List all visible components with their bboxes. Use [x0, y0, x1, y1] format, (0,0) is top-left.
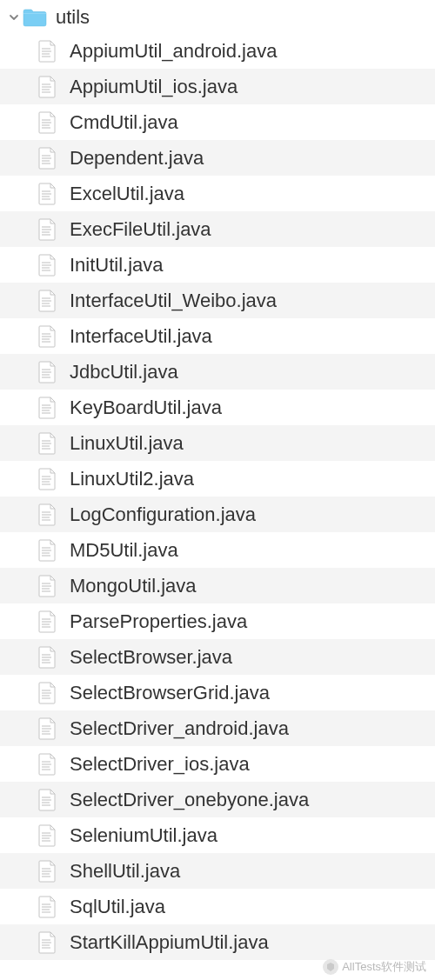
file-row[interactable]: ExcelUtil.java — [0, 176, 435, 211]
text-file-icon — [37, 574, 57, 598]
text-file-icon — [37, 610, 57, 634]
file-label: LogConfiguration.java — [70, 503, 256, 526]
text-file-icon — [37, 146, 57, 170]
text-file-icon — [37, 289, 57, 313]
text-file-icon — [37, 895, 57, 919]
text-file-icon — [37, 110, 57, 135]
file-row[interactable]: ExecFileUtil.java — [0, 211, 435, 247]
folder-icon — [23, 7, 47, 28]
file-row[interactable]: SelectBrowserGrid.java — [0, 675, 435, 710]
file-row[interactable]: MongoUtil.java — [0, 568, 435, 603]
file-label: MD5Util.java — [70, 539, 178, 562]
file-label: ShellUtil.java — [70, 860, 180, 883]
text-file-icon — [37, 39, 57, 63]
file-row[interactable]: SeleniumUtil.java — [0, 817, 435, 853]
text-file-icon — [37, 681, 57, 705]
file-row[interactable]: ShellUtil.java — [0, 853, 435, 889]
file-row[interactable]: CmdUtil.java — [0, 104, 435, 140]
text-file-icon — [37, 717, 57, 741]
file-row[interactable]: LinuxUtil.java — [0, 425, 435, 461]
file-label: LinuxUtil2.java — [70, 468, 194, 490]
file-label: AppiumUtil_ios.java — [70, 76, 238, 98]
chevron-down-icon[interactable] — [7, 10, 21, 24]
file-row[interactable]: AppiumUtil_android.java — [0, 33, 435, 69]
text-file-icon — [37, 324, 57, 349]
folder-row-utils[interactable]: utils — [0, 2, 435, 33]
file-row[interactable]: SelectBrowser.java — [0, 639, 435, 675]
text-file-icon — [37, 360, 57, 384]
file-row[interactable]: LinuxUtil2.java — [0, 461, 435, 497]
text-file-icon — [37, 538, 57, 563]
file-label: SqlUtil.java — [70, 896, 165, 918]
file-row[interactable]: StartKillAppiumUtil.java — [0, 924, 435, 960]
file-label: KeyBoardUtil.java — [70, 397, 222, 419]
file-row[interactable]: LogConfiguration.java — [0, 497, 435, 532]
file-row[interactable]: InitUtil.java — [0, 247, 435, 283]
file-label: MongoUtil.java — [70, 575, 197, 597]
file-row[interactable]: InterfaceUtil.java — [0, 318, 435, 354]
file-label: ExcelUtil.java — [70, 183, 184, 205]
file-label: SelectBrowser.java — [70, 646, 232, 669]
file-row[interactable]: SelectDriver_android.java — [0, 710, 435, 746]
text-file-icon — [37, 788, 57, 812]
file-row[interactable]: KeyBoardUtil.java — [0, 390, 435, 425]
file-label: SelectDriver_ios.java — [70, 753, 250, 776]
file-row[interactable]: Dependent.java — [0, 140, 435, 176]
text-file-icon — [37, 467, 57, 491]
file-label: InitUtil.java — [70, 254, 164, 277]
text-file-icon — [37, 182, 57, 206]
file-row[interactable]: SelectDriver_onebyone.java — [0, 782, 435, 817]
file-label: CmdUtil.java — [70, 111, 178, 134]
text-file-icon — [37, 217, 57, 242]
watermark-text: AllTests软件测试 — [342, 959, 426, 975]
file-label: LinuxUtil.java — [70, 432, 184, 455]
text-file-icon — [37, 431, 57, 456]
text-file-icon — [37, 752, 57, 777]
file-row[interactable]: ParseProperties.java — [0, 603, 435, 639]
svg-rect-0 — [23, 13, 46, 14]
folder-label: utils — [56, 6, 90, 29]
file-row[interactable]: JdbcUtil.java — [0, 354, 435, 390]
text-file-icon — [37, 396, 57, 420]
text-file-icon — [37, 823, 57, 848]
file-label: SelectDriver_android.java — [70, 717, 289, 740]
file-row[interactable]: SqlUtil.java — [0, 889, 435, 924]
text-file-icon — [37, 75, 57, 99]
file-label: InterfaceUtil.java — [70, 325, 212, 348]
file-label: SelectBrowserGrid.java — [70, 682, 270, 704]
file-tree: utils AppiumUtil_android.java AppiumUtil… — [0, 0, 435, 960]
text-file-icon — [37, 503, 57, 527]
watermark-icon — [323, 959, 338, 975]
file-row[interactable]: InterfaceUtil_Weibo.java — [0, 283, 435, 318]
file-label: StartKillAppiumUtil.java — [70, 931, 269, 954]
text-file-icon — [37, 859, 57, 883]
file-label: InterfaceUtil_Weibo.java — [70, 290, 277, 312]
file-row[interactable]: AppiumUtil_ios.java — [0, 69, 435, 104]
file-row[interactable]: SelectDriver_ios.java — [0, 746, 435, 782]
file-label: ParseProperties.java — [70, 610, 247, 633]
text-file-icon — [37, 930, 57, 955]
file-list: AppiumUtil_android.java AppiumUtil_ios.j… — [0, 33, 435, 960]
file-label: ExecFileUtil.java — [70, 218, 211, 241]
watermark: AllTests软件测试 — [323, 959, 426, 975]
file-label: AppiumUtil_android.java — [70, 40, 277, 63]
text-file-icon — [37, 645, 57, 670]
file-label: Dependent.java — [70, 147, 204, 170]
file-label: JdbcUtil.java — [70, 361, 178, 383]
file-row[interactable]: MD5Util.java — [0, 532, 435, 568]
file-label: SeleniumUtil.java — [70, 824, 218, 847]
text-file-icon — [37, 253, 57, 277]
file-label: SelectDriver_onebyone.java — [70, 789, 309, 811]
